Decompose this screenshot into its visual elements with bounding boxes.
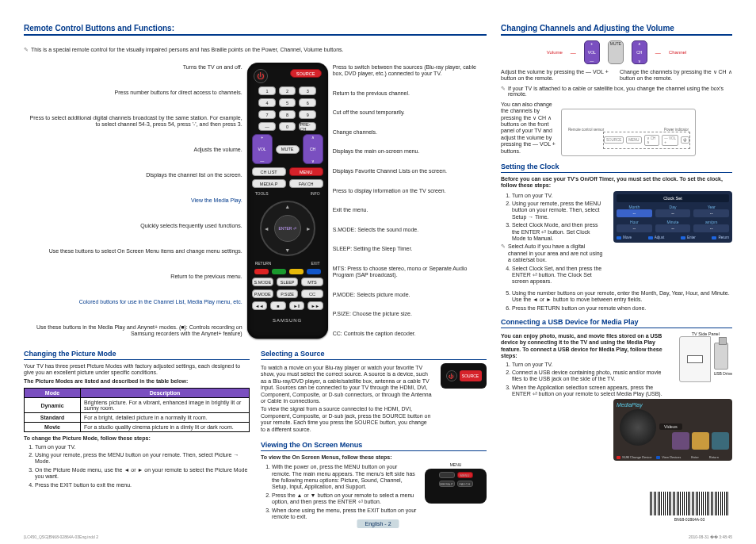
left-region: Remote Control Buttons and Functions: Th… [24, 24, 487, 523]
num-6[interactable]: 6 [299, 98, 316, 107]
arrow-down-icon[interactable]: ▼ [284, 247, 290, 253]
play-button[interactable]: ►II [289, 301, 305, 310]
mts-button[interactable]: MTS [301, 278, 323, 286]
vol-rocker[interactable]: +VOL— [252, 134, 273, 164]
stop-button[interactable]: ■ [270, 301, 286, 310]
ch-rocker[interactable]: ∧CH∨ [303, 134, 323, 164]
footer-right: 2010-08-31 �� 3:48:45 [689, 534, 732, 539]
sleep-button[interactable]: SLEEP [277, 278, 298, 286]
tv-front-panel: You can also change the channels by pres… [501, 100, 732, 156]
menu-mini: MENU [457, 472, 473, 478]
num-2[interactable]: 2 [279, 86, 296, 95]
usb-steps: Turn on your TV. Connect a USB device co… [512, 362, 671, 398]
mini-remote-source: ⏻ SOURCE [441, 363, 487, 389]
right-region: Changing Channels and Adjusting the Volu… [501, 24, 732, 523]
usb-title: Connecting a USB Device for Media Play [501, 318, 732, 328]
clock-steps-2: Using the number buttons on your remote,… [512, 290, 732, 312]
chvol-title: Changing Channels and Adjusting the Volu… [501, 24, 732, 36]
barcode-number: BN68-02864A-03 [650, 517, 729, 522]
num-1[interactable]: 1 [258, 86, 276, 95]
manual-page: Remote Control Buttons and Functions: Th… [0, 0, 756, 544]
num-5[interactable]: 5 [279, 98, 296, 107]
cc-button[interactable]: CC [301, 289, 323, 298]
green-button[interactable] [272, 269, 286, 274]
favch-mini: FAV.CH [457, 481, 473, 487]
chlist-mini [439, 472, 455, 478]
clock-title: Setting the Clock [501, 163, 732, 173]
exit-label: EXIT [311, 261, 320, 266]
yellow-button[interactable] [289, 269, 304, 274]
pmode-button[interactable]: P.MODE [252, 289, 273, 298]
media-play-screen: MediaPlay Videos SUM Change Device View … [613, 399, 732, 461]
footer-left: [LC450_QSG]BN68-02864A-03Eng.indd 2 [24, 534, 98, 539]
volch-diagram: Volume— +VOL— MUTE ∧CH∨ —Channel [501, 40, 732, 64]
picture-steps: Turn on your TV. Using your remote, pres… [35, 444, 250, 488]
chlist-button[interactable]: CH LIST [252, 167, 286, 176]
dpad[interactable]: ▲ ▼ ◄ ► ENTER ⏎ [260, 201, 315, 256]
source-icon: SOURCE [460, 370, 482, 381]
osm-steps: With the power on, press the MENU button… [272, 464, 417, 522]
mute-button[interactable]: MUTE [276, 145, 300, 154]
usb-drive-icon [714, 343, 728, 370]
barcode [650, 492, 729, 515]
menu-button[interactable]: MENU [289, 167, 323, 176]
num-8[interactable]: 8 [279, 110, 296, 119]
mediap-button[interactable]: MEDIA.P [252, 179, 286, 188]
info-label: INFO [311, 191, 320, 196]
section-remote-title: Remote Control Buttons and Functions: [24, 24, 487, 36]
ch-rocker-icon: ∧CH∨ [632, 40, 647, 64]
page-number: English - 2 [357, 519, 399, 528]
remote-diagram: Turns the TV on and off. Press number bu… [24, 63, 487, 339]
chvol-note: If your TV is attached to a cable or sat… [501, 86, 732, 97]
num-0[interactable]: 0 [279, 122, 296, 131]
arrow-left-icon[interactable]: ◄ [264, 226, 269, 232]
tv-side-panel-fig: TV Side Panel USB Drive [679, 331, 732, 382]
remote-callouts-left: Turns the TV on and off. Press number bu… [24, 63, 242, 339]
film-reel-icon [620, 409, 656, 446]
blue-button[interactable] [307, 269, 321, 274]
prech-button[interactable]: PRE-CH [299, 122, 316, 131]
brand-logo: SAMSUNG [273, 318, 302, 323]
tv-bezel: Remote control sensor Power indicator SO… [561, 109, 696, 156]
clock-steps: Turn on your TV. Using your remote, pres… [512, 193, 605, 287]
source-title: Selecting a Source [261, 350, 487, 360]
ff-button[interactable]: ►► [307, 301, 323, 310]
power-button[interactable]: ⏻ [254, 69, 268, 83]
remote-callouts-right: Press to switch between the sources (Blu… [333, 63, 487, 339]
remote-control: ⏻ SOURCE 123 456 789 —0PRE-CH +VOL— MUTE… [247, 63, 328, 339]
rew-button[interactable]: ◄◄ [252, 301, 268, 310]
num-4[interactable]: 4 [258, 98, 276, 107]
power-icon: ⏻ [446, 370, 457, 381]
picture-mode-section: Changing the Picture Mode Your TV has th… [24, 343, 250, 523]
tools-label: TOOLS [255, 191, 269, 196]
remote-braille-note: This is a special remote control for the… [24, 47, 487, 53]
return-label: RETURN [255, 261, 272, 266]
source-button[interactable]: SOURCE [290, 69, 322, 78]
mini-remote-menu: MENU MENU MEDIA.PFAV.CH [425, 462, 487, 504]
arrow-up-icon[interactable]: ▲ [284, 204, 290, 209]
psize-button[interactable]: P.SIZE [277, 289, 298, 298]
picture-mode-table: ModeDescription DynamicBrightens picture… [24, 388, 250, 432]
source-osm-section: Selecting a Source To watch a movie on y… [261, 343, 487, 523]
arrow-right-icon[interactable]: ► [306, 226, 311, 232]
red-button[interactable] [254, 269, 269, 274]
favch-button[interactable]: FAV.CH [289, 179, 323, 188]
mute-icon: MUTE [608, 40, 624, 64]
clock-set-dialog: Clock Set Month-- Day-- Year-- Hour-- Mi… [613, 191, 732, 243]
usb-port-icon [687, 355, 703, 363]
mediap-mini: MEDIA.P [439, 481, 455, 487]
vol-rocker-icon: +VOL— [584, 40, 600, 64]
num-9[interactable]: 9 [299, 110, 316, 119]
osm-title: Viewing the On Screen Menus [261, 441, 487, 451]
num-7[interactable]: 7 [258, 110, 276, 119]
smode-button[interactable]: S.MODE [252, 278, 273, 286]
dash-button[interactable]: — [258, 122, 276, 131]
picture-title: Changing the Picture Mode [24, 350, 250, 360]
enter-button[interactable]: ENTER ⏎ [274, 215, 301, 242]
num-3[interactable]: 3 [299, 86, 316, 95]
